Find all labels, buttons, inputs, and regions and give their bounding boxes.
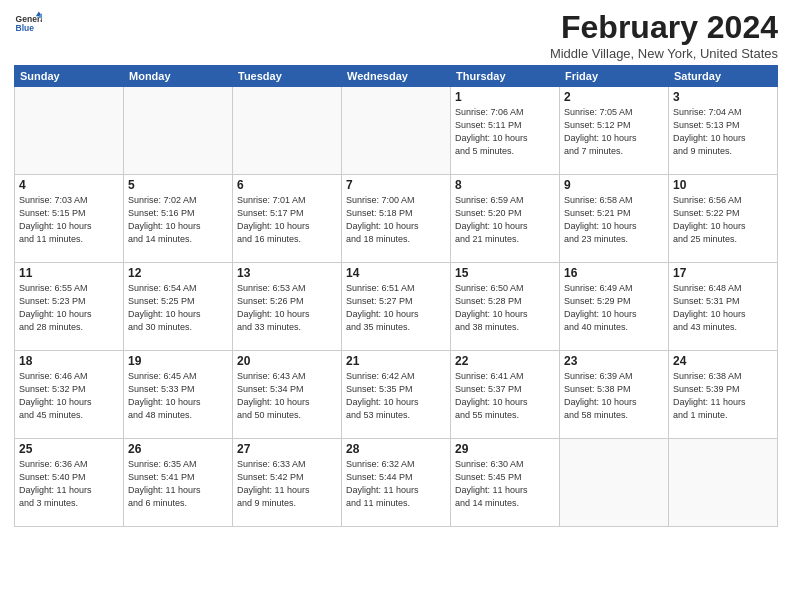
day-number: 29 (455, 442, 555, 456)
day-info: Sunrise: 6:33 AM Sunset: 5:42 PM Dayligh… (237, 458, 337, 510)
day-info: Sunrise: 6:38 AM Sunset: 5:39 PM Dayligh… (673, 370, 773, 422)
calendar-cell: 9Sunrise: 6:58 AM Sunset: 5:21 PM Daylig… (560, 175, 669, 263)
calendar-cell (560, 439, 669, 527)
day-number: 11 (19, 266, 119, 280)
day-number: 12 (128, 266, 228, 280)
col-thursday: Thursday (451, 66, 560, 87)
day-number: 14 (346, 266, 446, 280)
day-info: Sunrise: 6:56 AM Sunset: 5:22 PM Dayligh… (673, 194, 773, 246)
day-info: Sunrise: 6:32 AM Sunset: 5:44 PM Dayligh… (346, 458, 446, 510)
calendar-cell: 28Sunrise: 6:32 AM Sunset: 5:44 PM Dayli… (342, 439, 451, 527)
calendar-cell (233, 87, 342, 175)
day-info: Sunrise: 6:35 AM Sunset: 5:41 PM Dayligh… (128, 458, 228, 510)
day-number: 4 (19, 178, 119, 192)
day-info: Sunrise: 6:50 AM Sunset: 5:28 PM Dayligh… (455, 282, 555, 334)
calendar-cell: 27Sunrise: 6:33 AM Sunset: 5:42 PM Dayli… (233, 439, 342, 527)
day-number: 19 (128, 354, 228, 368)
day-info: Sunrise: 7:06 AM Sunset: 5:11 PM Dayligh… (455, 106, 555, 158)
col-wednesday: Wednesday (342, 66, 451, 87)
calendar-cell: 16Sunrise: 6:49 AM Sunset: 5:29 PM Dayli… (560, 263, 669, 351)
title-block: February 2024 Middle Village, New York, … (550, 10, 778, 61)
day-info: Sunrise: 7:03 AM Sunset: 5:15 PM Dayligh… (19, 194, 119, 246)
day-number: 26 (128, 442, 228, 456)
calendar-cell: 11Sunrise: 6:55 AM Sunset: 5:23 PM Dayli… (15, 263, 124, 351)
calendar-table: Sunday Monday Tuesday Wednesday Thursday… (14, 65, 778, 527)
day-number: 9 (564, 178, 664, 192)
day-info: Sunrise: 6:58 AM Sunset: 5:21 PM Dayligh… (564, 194, 664, 246)
day-number: 8 (455, 178, 555, 192)
calendar-cell: 25Sunrise: 6:36 AM Sunset: 5:40 PM Dayli… (15, 439, 124, 527)
calendar-cell: 15Sunrise: 6:50 AM Sunset: 5:28 PM Dayli… (451, 263, 560, 351)
day-info: Sunrise: 6:55 AM Sunset: 5:23 PM Dayligh… (19, 282, 119, 334)
day-number: 24 (673, 354, 773, 368)
day-number: 28 (346, 442, 446, 456)
day-number: 6 (237, 178, 337, 192)
day-info: Sunrise: 6:51 AM Sunset: 5:27 PM Dayligh… (346, 282, 446, 334)
day-info: Sunrise: 7:01 AM Sunset: 5:17 PM Dayligh… (237, 194, 337, 246)
calendar-cell: 23Sunrise: 6:39 AM Sunset: 5:38 PM Dayli… (560, 351, 669, 439)
calendar-cell: 24Sunrise: 6:38 AM Sunset: 5:39 PM Dayli… (669, 351, 778, 439)
day-number: 10 (673, 178, 773, 192)
calendar-cell (15, 87, 124, 175)
calendar-cell: 5Sunrise: 7:02 AM Sunset: 5:16 PM Daylig… (124, 175, 233, 263)
day-number: 15 (455, 266, 555, 280)
day-info: Sunrise: 6:43 AM Sunset: 5:34 PM Dayligh… (237, 370, 337, 422)
day-info: Sunrise: 6:54 AM Sunset: 5:25 PM Dayligh… (128, 282, 228, 334)
day-info: Sunrise: 6:41 AM Sunset: 5:37 PM Dayligh… (455, 370, 555, 422)
calendar-cell: 19Sunrise: 6:45 AM Sunset: 5:33 PM Dayli… (124, 351, 233, 439)
day-info: Sunrise: 7:00 AM Sunset: 5:18 PM Dayligh… (346, 194, 446, 246)
day-number: 7 (346, 178, 446, 192)
col-tuesday: Tuesday (233, 66, 342, 87)
col-sunday: Sunday (15, 66, 124, 87)
calendar-cell: 29Sunrise: 6:30 AM Sunset: 5:45 PM Dayli… (451, 439, 560, 527)
day-number: 16 (564, 266, 664, 280)
calendar-cell: 10Sunrise: 6:56 AM Sunset: 5:22 PM Dayli… (669, 175, 778, 263)
calendar-cell: 18Sunrise: 6:46 AM Sunset: 5:32 PM Dayli… (15, 351, 124, 439)
calendar-cell: 4Sunrise: 7:03 AM Sunset: 5:15 PM Daylig… (15, 175, 124, 263)
day-info: Sunrise: 7:02 AM Sunset: 5:16 PM Dayligh… (128, 194, 228, 246)
svg-text:Blue: Blue (16, 23, 35, 33)
day-number: 25 (19, 442, 119, 456)
day-number: 3 (673, 90, 773, 104)
day-number: 13 (237, 266, 337, 280)
calendar-week-1: 1Sunrise: 7:06 AM Sunset: 5:11 PM Daylig… (15, 87, 778, 175)
day-info: Sunrise: 6:45 AM Sunset: 5:33 PM Dayligh… (128, 370, 228, 422)
day-info: Sunrise: 6:36 AM Sunset: 5:40 PM Dayligh… (19, 458, 119, 510)
day-info: Sunrise: 7:04 AM Sunset: 5:13 PM Dayligh… (673, 106, 773, 158)
day-number: 5 (128, 178, 228, 192)
calendar-cell: 17Sunrise: 6:48 AM Sunset: 5:31 PM Dayli… (669, 263, 778, 351)
calendar-week-5: 25Sunrise: 6:36 AM Sunset: 5:40 PM Dayli… (15, 439, 778, 527)
day-number: 18 (19, 354, 119, 368)
calendar-cell: 13Sunrise: 6:53 AM Sunset: 5:26 PM Dayli… (233, 263, 342, 351)
day-number: 17 (673, 266, 773, 280)
location: Middle Village, New York, United States (550, 46, 778, 61)
day-info: Sunrise: 6:49 AM Sunset: 5:29 PM Dayligh… (564, 282, 664, 334)
day-number: 1 (455, 90, 555, 104)
calendar-cell (124, 87, 233, 175)
day-info: Sunrise: 6:48 AM Sunset: 5:31 PM Dayligh… (673, 282, 773, 334)
calendar-week-2: 4Sunrise: 7:03 AM Sunset: 5:15 PM Daylig… (15, 175, 778, 263)
calendar-week-3: 11Sunrise: 6:55 AM Sunset: 5:23 PM Dayli… (15, 263, 778, 351)
calendar-header-row: Sunday Monday Tuesday Wednesday Thursday… (15, 66, 778, 87)
calendar-cell: 8Sunrise: 6:59 AM Sunset: 5:20 PM Daylig… (451, 175, 560, 263)
day-number: 21 (346, 354, 446, 368)
day-info: Sunrise: 6:30 AM Sunset: 5:45 PM Dayligh… (455, 458, 555, 510)
col-friday: Friday (560, 66, 669, 87)
day-number: 20 (237, 354, 337, 368)
day-info: Sunrise: 6:59 AM Sunset: 5:20 PM Dayligh… (455, 194, 555, 246)
day-number: 22 (455, 354, 555, 368)
month-title: February 2024 (550, 10, 778, 45)
day-number: 23 (564, 354, 664, 368)
day-number: 2 (564, 90, 664, 104)
header: General Blue February 2024 Middle Villag… (14, 10, 778, 61)
calendar-cell: 6Sunrise: 7:01 AM Sunset: 5:17 PM Daylig… (233, 175, 342, 263)
page-container: General Blue February 2024 Middle Villag… (0, 0, 792, 533)
day-info: Sunrise: 6:39 AM Sunset: 5:38 PM Dayligh… (564, 370, 664, 422)
calendar-cell: 14Sunrise: 6:51 AM Sunset: 5:27 PM Dayli… (342, 263, 451, 351)
logo: General Blue (14, 10, 42, 38)
calendar-cell (669, 439, 778, 527)
day-info: Sunrise: 6:46 AM Sunset: 5:32 PM Dayligh… (19, 370, 119, 422)
calendar-cell: 1Sunrise: 7:06 AM Sunset: 5:11 PM Daylig… (451, 87, 560, 175)
day-number: 27 (237, 442, 337, 456)
calendar-cell: 21Sunrise: 6:42 AM Sunset: 5:35 PM Dayli… (342, 351, 451, 439)
